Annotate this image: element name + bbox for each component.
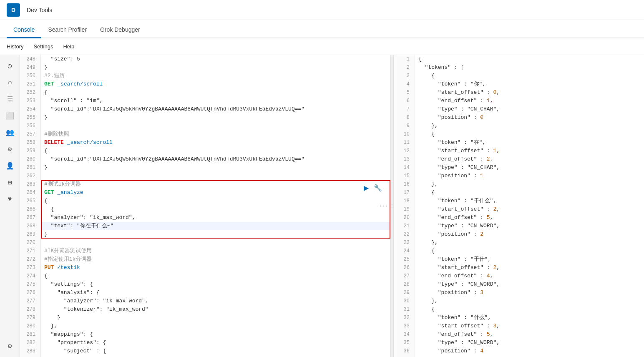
home-icon[interactable]: ⌂ <box>3 75 18 90</box>
line-content[interactable]: }, <box>415 180 644 189</box>
stack-icon[interactable]: ⊞ <box>3 175 18 190</box>
line-content[interactable]: "token" : "什么", <box>415 314 644 322</box>
line-content[interactable]: } <box>41 63 390 72</box>
people-icon[interactable]: 👥 <box>3 125 18 140</box>
tab-grok-debugger[interactable]: Grok Debugger <box>93 22 147 38</box>
line-content[interactable]: "end_offset" : 1, <box>415 97 644 105</box>
line-content[interactable]: } <box>41 163 390 172</box>
line-content[interactable]: "subject" : { <box>41 347 390 355</box>
line-content[interactable]: "start_offset" : 1, <box>415 147 644 155</box>
table-row: 269} <box>20 230 390 239</box>
line-content[interactable]: { <box>415 189 644 197</box>
line-content[interactable]: #测试ik分词器 <box>41 180 390 189</box>
heart-icon[interactable]: ♥ <box>3 192 18 207</box>
line-content[interactable]: "start_offset" : 3, <box>415 322 644 330</box>
line-content[interactable]: "type" : "CN_CHAR", <box>415 105 644 113</box>
line-content[interactable]: GET _search/scroll <box>41 80 390 88</box>
line-content[interactable] <box>41 172 390 180</box>
code-editor[interactable]: 248 "size": 5249}250#2.遍历251GET _search/… <box>20 55 390 357</box>
output-editor[interactable]: 1{2 "tokens" : [3 {4 "token" : "你",5 "st… <box>394 55 644 357</box>
clock-icon[interactable]: ◷ <box>3 58 18 73</box>
line-content[interactable]: "token" : "干什", <box>415 255 644 264</box>
tab-search-profiler[interactable]: Search Profiler <box>41 22 93 38</box>
table-row: 34 "end_offset" : 5, <box>394 330 644 339</box>
line-content[interactable]: "type" : "text", <box>41 355 390 357</box>
person-icon[interactable]: 👤 <box>3 158 18 173</box>
line-content[interactable]: "analyzer": "ik_max_word", <box>41 214 390 222</box>
line-content[interactable]: "type" : "CN_WORD", <box>415 280 644 289</box>
menu-settings[interactable]: Settings <box>33 43 53 50</box>
line-content[interactable]: #指定使用1k分词器 <box>41 255 390 264</box>
line-content[interactable]: "start_offset" : 0, <box>415 88 644 97</box>
box-icon[interactable]: ⬜ <box>3 108 18 123</box>
line-number: 252 <box>20 88 41 97</box>
line-content[interactable]: { <box>415 55 644 63</box>
line-content[interactable]: }, <box>415 122 644 130</box>
line-content[interactable]: "tokenizer": "ik_max_word" <box>41 305 390 314</box>
line-content[interactable]: } <box>41 230 390 239</box>
line-content[interactable]: "token" : "你", <box>415 80 644 88</box>
line-content[interactable]: "start_offset" : 2, <box>415 205 644 214</box>
list-icon[interactable]: ☰ <box>3 92 18 107</box>
line-content[interactable]: #IK分词器测试使用 <box>41 247 390 255</box>
line-content[interactable]: "tokens" : [ <box>415 63 644 72</box>
tab-console[interactable]: Console <box>7 22 41 38</box>
line-content[interactable]: "position" : 4 <box>415 347 644 355</box>
line-content[interactable]: "type" : "CN_WORD", <box>415 339 644 347</box>
line-content[interactable]: "scroll_id":"DXF1ZXJ5QW5kRmV0Y2gBAAAAAAA… <box>41 105 390 113</box>
line-content[interactable]: "token" : "干什么", <box>415 197 644 205</box>
line-content[interactable]: "position" : 1 <box>415 172 644 180</box>
line-content[interactable]: "end_offset" : 2, <box>415 155 644 163</box>
run-button[interactable]: ▶ <box>362 182 370 194</box>
line-content[interactable]: } <box>415 355 644 357</box>
line-content[interactable]: "position" : 2 <box>415 230 644 239</box>
line-content[interactable]: #2.遍历 <box>41 72 390 80</box>
line-content[interactable]: "mappings": { <box>41 330 390 339</box>
line-content[interactable]: GET _analyze <box>41 189 390 197</box>
line-content[interactable]: { <box>41 147 390 155</box>
line-content[interactable]: "token" : "在", <box>415 138 644 147</box>
line-content[interactable]: "size": 5 <box>41 55 390 63</box>
line-content[interactable]: { <box>41 197 390 205</box>
settings-gear-icon[interactable]: ⚙ <box>3 339 18 354</box>
line-content[interactable]: "text": "你在干什么~" <box>41 222 390 230</box>
line-content[interactable]: "properties": { <box>41 339 390 347</box>
line-content[interactable]: "end_offset" : 4, <box>415 272 644 280</box>
line-content[interactable]: { <box>415 130 644 138</box>
line-content[interactable]: } <box>41 113 390 122</box>
line-content[interactable]: "end_offset" : 5, <box>415 214 644 222</box>
line-content[interactable]: "start_offset" : 2, <box>415 264 644 272</box>
line-content[interactable]: { <box>415 72 644 80</box>
line-content[interactable]: }, <box>41 322 390 330</box>
line-content[interactable]: #删除快照 <box>41 130 390 138</box>
line-content[interactable]: "type" : "CN_CHAR", <box>415 163 644 172</box>
line-content[interactable]: "scroll" : "1m", <box>41 97 390 105</box>
line-content[interactable]: "type" : "CN_WORD", <box>415 222 644 230</box>
line-content[interactable]: "analyzer": "ik_max_word", <box>41 297 390 305</box>
line-content[interactable]: { <box>415 247 644 255</box>
menu-history[interactable]: History <box>7 43 23 50</box>
line-content[interactable]: }, <box>415 297 644 305</box>
line-content[interactable]: PUT /testik <box>41 264 390 272</box>
line-content[interactable]: { <box>41 205 390 214</box>
cog-icon[interactable]: ⚙ <box>3 142 18 157</box>
line-content[interactable]: { <box>41 272 390 280</box>
menu-help[interactable]: Help <box>63 43 74 50</box>
wrench-button[interactable]: 🔧 <box>372 182 384 194</box>
drag-handle[interactable]: ⋮ <box>390 55 394 357</box>
line-content[interactable]: "scroll_id":"DXF1ZXJ5QW5kRmV0Y2gBAAAAAAA… <box>41 155 390 163</box>
line-number: 35 <box>394 339 415 347</box>
line-content[interactable] <box>41 122 390 130</box>
line-number: 26 <box>394 264 415 272</box>
line-content[interactable]: } <box>41 314 390 322</box>
line-content[interactable]: { <box>415 305 644 314</box>
line-content[interactable]: "settings": { <box>41 280 390 289</box>
line-content[interactable]: }, <box>415 239 644 247</box>
line-content[interactable]: "end_offset" : 5, <box>415 330 644 339</box>
line-content[interactable]: "position" : 3 <box>415 289 644 297</box>
line-content[interactable]: DELETE _search/scroll <box>41 138 390 147</box>
line-content[interactable] <box>41 239 390 247</box>
line-content[interactable]: "position" : 0 <box>415 113 644 122</box>
line-content[interactable]: { <box>41 88 390 97</box>
line-content[interactable]: "analysis": { <box>41 289 390 297</box>
